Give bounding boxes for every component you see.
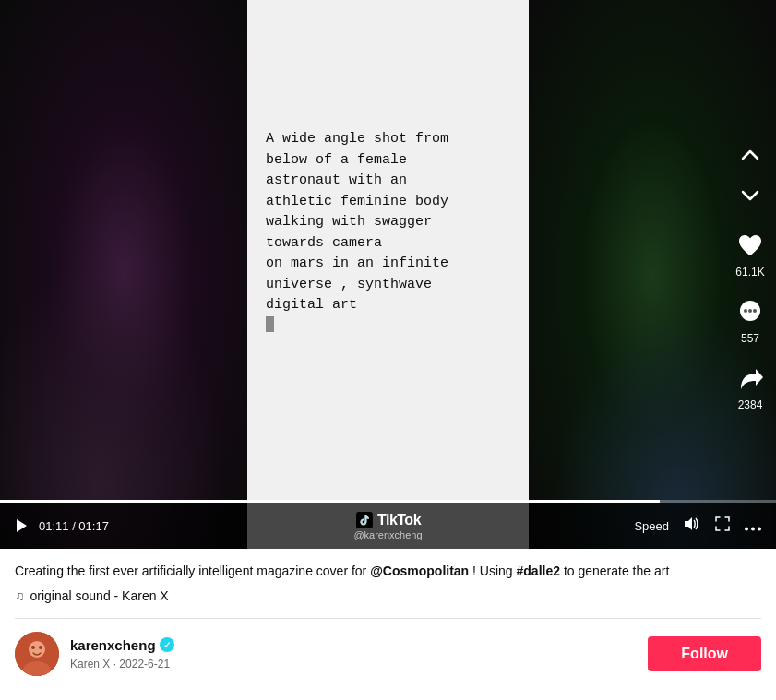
avatar-image	[15, 632, 59, 676]
share-count: 2384	[738, 398, 763, 411]
avatar[interactable]	[15, 632, 59, 676]
tiktok-handle: @karenxcheng	[353, 529, 422, 540]
side-actions: 61.1K 557 2384	[724, 129, 776, 421]
video-player: A wide angle shot from below of a female…	[0, 0, 776, 549]
comment-count: 557	[741, 332, 759, 345]
next-video-button[interactable]	[734, 179, 767, 212]
video-prompt-text: A wide angle shot from below of a female…	[266, 129, 448, 316]
content-area: Creating the first ever artificially int…	[0, 549, 776, 691]
right-controls: Speed	[634, 516, 761, 536]
video-controls: 01:11 / 01:17 TikTok @karenxcheng Speed	[0, 503, 776, 549]
tiktok-brand: TikTok	[355, 511, 421, 529]
speed-button[interactable]: Speed	[634, 519, 669, 533]
comment-button[interactable]: 557	[732, 293, 769, 345]
author-info: karenxcheng ✓ Karen X · 2022-6-21	[70, 637, 637, 671]
svg-point-7	[745, 527, 748, 530]
like-button[interactable]: 61.1K	[732, 227, 769, 279]
heart-icon	[732, 227, 769, 264]
music-note-icon: ♫	[15, 588, 25, 603]
video-center-content: A wide angle shot from below of a female…	[247, 0, 529, 549]
svg-point-3	[753, 309, 757, 313]
divider	[15, 618, 761, 619]
tiktok-logo: TikTok @karenxcheng	[353, 511, 422, 540]
svg-point-9	[758, 527, 761, 530]
comment-icon	[732, 293, 769, 330]
svg-point-14	[39, 646, 42, 649]
sound-text: original sound - Karen X	[30, 588, 169, 603]
svg-point-8	[751, 527, 755, 530]
video-description: Creating the first ever artificially int…	[15, 562, 761, 581]
video-bg-left	[0, 0, 247, 549]
more-options-button[interactable]	[745, 516, 761, 536]
svg-point-1	[744, 309, 747, 313]
svg-marker-6	[685, 517, 692, 530]
share-icon	[732, 360, 769, 397]
author-username[interactable]: karenxcheng	[70, 637, 156, 653]
author-row: karenxcheng ✓ Karen X · 2022-6-21 Follow	[15, 632, 761, 691]
description-main: Creating the first ever artificially int…	[15, 564, 370, 578]
sound-info[interactable]: ♫ original sound - Karen X	[15, 588, 761, 603]
prev-video-button[interactable]	[734, 138, 767, 172]
svg-marker-4	[17, 519, 27, 532]
description-mention[interactable]: @Cosmopolitan	[370, 564, 469, 578]
verified-icon: ✓	[160, 637, 174, 652]
share-button[interactable]: 2384	[732, 360, 769, 411]
tiktok-label: TikTok	[377, 512, 421, 528]
description-hashtag[interactable]: #dalle2	[517, 564, 560, 578]
fullscreen-button[interactable]	[715, 516, 730, 535]
description-middle: ! Using	[469, 564, 516, 578]
text-cursor	[266, 316, 274, 332]
time-display: 01:11 / 01:17	[39, 519, 109, 533]
follow-button[interactable]: Follow	[648, 636, 761, 671]
author-name-row: karenxcheng ✓	[70, 637, 637, 653]
tiktok-icon	[355, 511, 374, 529]
volume-button[interactable]	[684, 516, 700, 535]
svg-point-13	[31, 646, 35, 649]
like-count: 61.1K	[735, 266, 764, 279]
svg-rect-5	[356, 512, 373, 528]
play-button[interactable]	[15, 518, 28, 533]
author-meta: Karen X · 2022-6-21	[70, 658, 170, 670]
description-end: to generate the art	[560, 564, 669, 578]
svg-point-2	[748, 309, 752, 313]
